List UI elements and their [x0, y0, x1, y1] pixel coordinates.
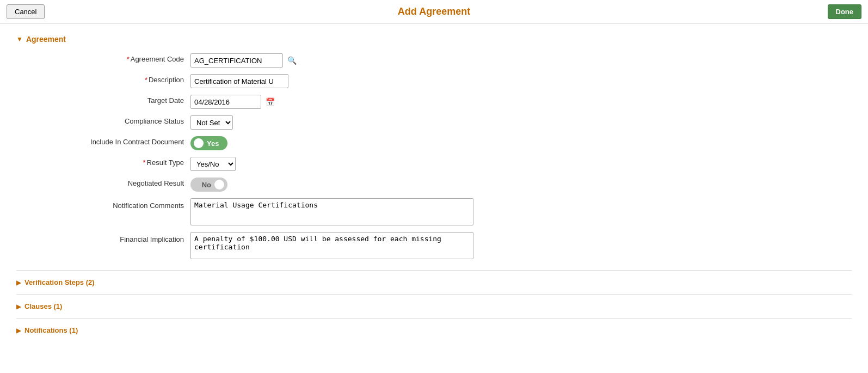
description-label: Description: [27, 73, 190, 88]
notification-comments-textarea[interactable]: Material Usage Certifications: [190, 198, 473, 225]
page-title: Add Agreement: [398, 6, 470, 17]
done-button[interactable]: Done: [828, 4, 862, 19]
include-in-contract-field: Yes: [190, 135, 852, 150]
target-date-input[interactable]: [190, 95, 261, 109]
verification-steps-header[interactable]: ▶ Verification Steps (2): [16, 278, 852, 286]
agreement-code-field: 🔍: [190, 52, 852, 68]
target-date-label: Target Date: [27, 94, 190, 109]
agreement-form: Agreement Code 🔍 Description Target Date…: [27, 52, 852, 259]
clauses-header[interactable]: ▶ Clauses (1): [16, 302, 852, 310]
toggle-no-label: No: [202, 181, 211, 189]
negotiated-result-label: Negotiated Result: [27, 176, 190, 192]
clauses-arrow-icon: ▶: [16, 303, 21, 310]
notification-comments-field: Material Usage Certifications: [190, 197, 852, 225]
compliance-status-select[interactable]: Not Set: [190, 115, 233, 130]
toggle-circle-yes: [194, 138, 204, 148]
notification-comments-label: Notification Comments: [27, 197, 190, 225]
agreement-code-search-button[interactable]: 🔍: [286, 55, 298, 66]
header: Cancel Add Agreement Done: [0, 0, 868, 24]
toggle-yes-label: Yes: [207, 139, 219, 148]
financial-implication-field: A penalty of $100.00 USD will be assesse…: [190, 231, 852, 259]
include-in-contract-label: Include In Contract Document: [27, 135, 190, 150]
negotiated-result-toggle[interactable]: No: [190, 178, 227, 192]
agreement-section-header[interactable]: ▼ Agreement: [16, 35, 852, 44]
agreement-code-input[interactable]: [190, 53, 283, 68]
agreement-section-title: Agreement: [26, 35, 66, 44]
notifications-title: Notifications (1): [24, 326, 78, 334]
negotiated-result-field: No: [190, 176, 852, 192]
compliance-status-field: Not Set: [190, 114, 852, 130]
main-content: ▼ Agreement Agreement Code 🔍 Description…: [0, 24, 868, 353]
financial-implication-label: Financial Implication: [27, 231, 190, 259]
notifications-header[interactable]: ▶ Notifications (1): [16, 326, 852, 334]
description-input[interactable]: [190, 74, 288, 88]
search-icon: 🔍: [287, 56, 297, 65]
target-date-calendar-button[interactable]: 📅: [264, 96, 276, 107]
calendar-icon: 📅: [266, 97, 275, 106]
verification-steps-arrow-icon: ▶: [16, 279, 21, 286]
result-type-field: Yes/No Numeric Text: [190, 156, 852, 171]
cancel-button[interactable]: Cancel: [7, 4, 45, 19]
result-type-label: Result Type: [27, 156, 190, 171]
notifications-section: ▶ Notifications (1): [16, 318, 852, 342]
clauses-section: ▶ Clauses (1): [16, 294, 852, 318]
target-date-field: 📅: [190, 94, 852, 109]
notifications-arrow-icon: ▶: [16, 327, 21, 334]
agreement-arrow-icon: ▼: [16, 35, 23, 43]
financial-implication-textarea[interactable]: A penalty of $100.00 USD will be assesse…: [190, 232, 473, 259]
description-field: [190, 73, 852, 88]
result-type-select[interactable]: Yes/No Numeric Text: [190, 157, 236, 171]
verification-steps-section: ▶ Verification Steps (2): [16, 270, 852, 294]
verification-steps-title: Verification Steps (2): [24, 278, 95, 286]
compliance-status-label: Compliance Status: [27, 114, 190, 130]
include-in-contract-toggle[interactable]: Yes: [190, 136, 227, 150]
agreement-code-label: Agreement Code: [27, 52, 190, 68]
toggle-circle-no: [214, 180, 224, 189]
clauses-title: Clauses (1): [24, 302, 62, 310]
